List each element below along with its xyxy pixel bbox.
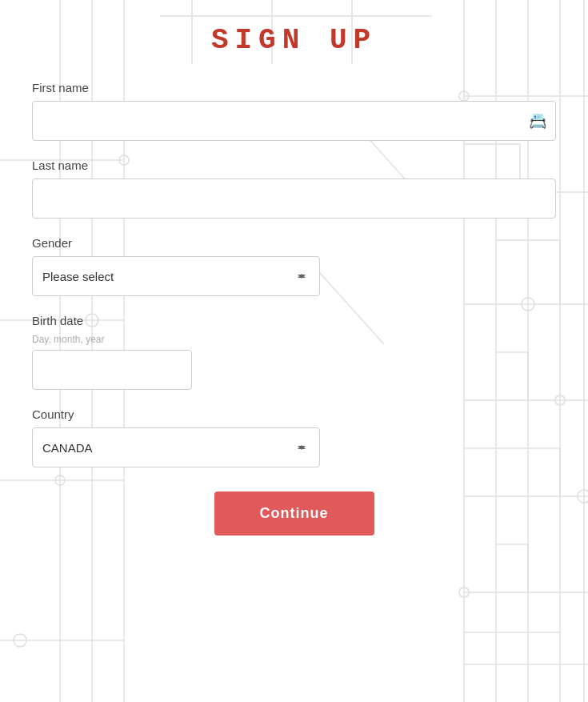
birth-date-input[interactable] [32, 350, 192, 390]
id-card-icon: 📇 [529, 112, 546, 130]
gender-group: Gender Please select Male Female Other [32, 236, 556, 296]
birth-date-hint: Day, month, year [32, 334, 556, 345]
country-label: Country [32, 407, 556, 421]
page-title: SIGN UP [32, 24, 556, 57]
first-name-wrapper: 📇 [32, 101, 556, 141]
birth-date-label: Birth date [32, 314, 556, 327]
last-name-input[interactable] [32, 179, 556, 219]
gender-label: Gender [32, 236, 556, 250]
last-name-label: Last name [32, 158, 556, 172]
country-select[interactable]: CANADA UNITED STATES UNITED KINGDOM AUST… [32, 427, 320, 467]
first-name-label: First name [32, 81, 556, 94]
last-name-group: Last name [32, 158, 556, 219]
birth-date-group: Birth date Day, month, year [32, 314, 556, 390]
country-group: Country CANADA UNITED STATES UNITED KING… [32, 407, 556, 467]
continue-button[interactable]: Continue [214, 491, 374, 536]
gender-select[interactable]: Please select Male Female Other [32, 256, 320, 296]
first-name-input[interactable] [32, 101, 556, 141]
first-name-group: First name 📇 [32, 81, 556, 141]
